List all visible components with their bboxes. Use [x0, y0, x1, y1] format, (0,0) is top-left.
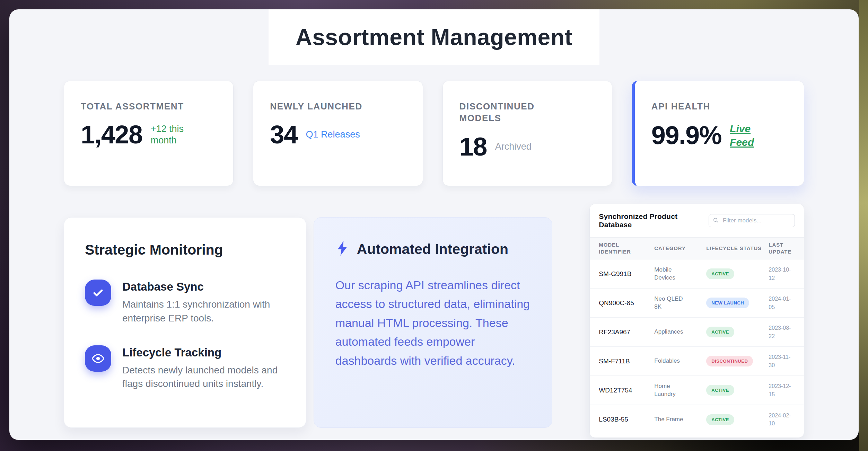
status-badge: DISCONTINUED	[706, 356, 753, 366]
stat-card-discontinued-models: DISCONTINUED MODELS 18 Archived	[442, 81, 612, 186]
stat-subtext: Q1 Releases	[306, 129, 360, 141]
table-column-headers: MODEL IDENTIFIER CATEGORY LIFECYCLE STAT…	[590, 237, 804, 259]
automated-integration-card: Automated Integration Our scraping API s…	[314, 217, 553, 428]
category-cell: Home Laundry	[654, 382, 686, 398]
last-update-cell: 2023-10-12	[769, 266, 795, 282]
stat-label: NEWLY LAUNCHED	[270, 100, 374, 112]
last-update-cell: 2023-12-15	[769, 382, 795, 398]
stat-value: 99.9%	[651, 123, 721, 148]
last-update-cell: 2023-11-30	[769, 353, 795, 369]
monitoring-item-title: Database Sync	[122, 280, 282, 293]
model-cell: QN900C-85	[599, 299, 654, 307]
table-row: WD12T754 Home Laundry ACTIVE 2023-12-15	[590, 376, 804, 405]
column-header-model-identifier: MODEL IDENTIFIER	[599, 238, 637, 259]
column-header-lifecycle-status: LIFECYCLE STATUS	[706, 241, 769, 255]
stat-subtext: +12 this month	[151, 123, 192, 147]
page-title: Assortment Management	[296, 24, 572, 50]
stat-main: 18 Archived	[459, 134, 595, 160]
filter-input[interactable]	[709, 214, 795, 227]
live-feed-link[interactable]: Live Feed	[730, 122, 757, 149]
monitoring-item-title: Lifecycle Tracking	[122, 346, 282, 359]
status-badge: ACTIVE	[706, 327, 734, 337]
status-badge: ACTIVE	[706, 414, 734, 425]
automated-integration-body: Our scraping API streamlines direct acce…	[335, 276, 531, 370]
last-update-cell: 2024-02-10	[769, 412, 795, 427]
table-header-bar: Synchronized Product Database	[590, 204, 804, 237]
model-cell: SM-F711B	[599, 357, 654, 365]
stat-card-total-assortment: TOTAL ASSORTMENT 1,428 +12 this month	[64, 81, 234, 186]
table-row: LS03B-55 The Frame ACTIVE 2024-02-10	[590, 405, 804, 434]
stat-label: DISCONTINUED MODELS	[459, 100, 563, 124]
stat-main: 34 Q1 Releases	[270, 122, 406, 148]
category-cell: The Frame	[654, 416, 686, 424]
category-cell: Appliances	[654, 328, 686, 336]
table-row: SM-F711B Foldables DISCONTINUED 2023-11-…	[590, 347, 804, 376]
category-cell: Foldables	[654, 357, 686, 365]
stat-subtext: Archived	[495, 141, 532, 153]
monitoring-item-text: Database Sync Maintains 1:1 synchronizat…	[122, 280, 282, 325]
table-row: RF23A967 Appliances ACTIVE 2023-08-22	[590, 318, 804, 347]
eye-icon	[85, 345, 111, 372]
model-cell: WD12T754	[599, 387, 654, 394]
monitoring-item-text: Lifecycle Tracking Detects newly launche…	[122, 345, 282, 391]
stat-main: 1,428 +12 this month	[81, 122, 217, 148]
monitoring-item-database-sync: Database Sync Maintains 1:1 synchronizat…	[85, 280, 285, 325]
check-icon	[85, 280, 111, 306]
content-row: Strategic Monitoring Database Sync Maint…	[64, 204, 804, 438]
model-cell: LS03B-55	[599, 416, 654, 423]
status-badge: ACTIVE	[706, 268, 734, 279]
table-row: QN900C-85 Neo QLED 8K NEW LAUNCH 2024-01…	[590, 289, 804, 318]
page-title-banner: Assortment Management	[269, 9, 599, 65]
column-header-category: CATEGORY	[654, 241, 706, 255]
automated-integration-header: Automated Integration	[335, 240, 531, 258]
stat-label: API HEALTH	[651, 100, 755, 112]
search-icon	[713, 217, 719, 225]
stat-value: 18	[459, 134, 487, 160]
stat-main: 99.9% Live Feed	[651, 122, 787, 149]
model-cell: SM-G991B	[599, 270, 654, 278]
automated-integration-title: Automated Integration	[357, 241, 508, 257]
product-database-card: Synchronized Product Database MODEL IDEN…	[589, 204, 804, 438]
category-cell: Neo QLED 8K	[654, 295, 686, 311]
column-header-last-update: LAST UPDATE	[769, 238, 795, 259]
stat-label: TOTAL ASSORTMENT	[81, 100, 185, 112]
stats-row: TOTAL ASSORTMENT 1,428 +12 this month NE…	[64, 81, 804, 186]
stat-card-api-health: API HEALTH 99.9% Live Feed	[632, 81, 804, 186]
stat-value: 1,428	[81, 122, 142, 148]
monitoring-item-description: Maintains 1:1 synchronization with enter…	[122, 298, 282, 325]
last-update-cell: 2023-08-22	[769, 324, 795, 340]
stat-card-newly-launched: NEWLY LAUNCHED 34 Q1 Releases	[253, 81, 423, 186]
dashboard-panel: Assortment Management TOTAL ASSORTMENT 1…	[9, 9, 859, 440]
lightning-bolt-icon	[335, 240, 349, 258]
monitoring-item-description: Detects newly launched models and flags …	[122, 363, 282, 391]
filter-search-box	[709, 214, 795, 227]
model-cell: RF23A967	[599, 328, 654, 336]
strategic-monitoring-title: Strategic Monitoring	[85, 242, 285, 258]
category-cell: Mobile Devices	[654, 266, 686, 282]
table-title: Synchronized Product Database	[599, 212, 709, 229]
status-badge: ACTIVE	[706, 385, 734, 396]
desktop-background: Assortment Management TOTAL ASSORTMENT 1…	[0, 0, 868, 451]
strategic-monitoring-card: Strategic Monitoring Database Sync Maint…	[64, 217, 306, 428]
table-row: SM-G991B Mobile Devices ACTIVE 2023-10-1…	[590, 259, 804, 289]
last-update-cell: 2024-01-05	[769, 295, 795, 311]
status-badge: NEW LAUNCH	[706, 298, 749, 308]
stat-value: 34	[270, 122, 297, 148]
monitoring-item-lifecycle-tracking: Lifecycle Tracking Detects newly launche…	[85, 345, 285, 391]
